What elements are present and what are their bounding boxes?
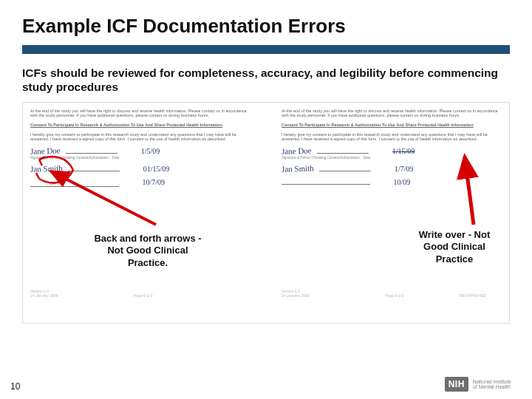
nih-logo: NIH National Institute of Mental Health: [445, 377, 511, 392]
sig-right-date1: 1/15/09: [392, 147, 415, 156]
doc-right-stamp: IRB APPROVED: [459, 293, 486, 298]
lead-text: ICFs should be reviewed for completeness…: [22, 66, 510, 95]
example-documents: At the end of the study you will have th…: [22, 102, 510, 324]
sig-right-printed: Jan Smith: [282, 164, 314, 175]
nih-logo-text: National Institute of Mental Health: [473, 379, 511, 390]
sig-right-name: Jane Doe: [282, 146, 312, 157]
page-number: 10: [10, 381, 20, 392]
sig-right-date2: 1/7/09: [395, 165, 414, 174]
arrow-back-forth-icon: [23, 151, 193, 235]
doc-left-footer: Version 1.0 14 January 2009: [30, 289, 58, 298]
svg-line-1: [465, 157, 474, 225]
title-rule: [22, 45, 510, 54]
doc-left-footer-page: Page 9 of 9: [134, 293, 153, 298]
arrow-writeover-icon: [422, 143, 511, 235]
slide-title: Example ICF Documentation Errors: [22, 15, 510, 38]
nih-badge-icon: NIH: [445, 377, 468, 392]
doc-right-footer: Version 1.0 14 January 2009: [282, 289, 309, 298]
sig-right-date3: 10/09: [394, 178, 411, 187]
annotation-left: Back and forth arrows - Not Good Clinica…: [89, 233, 207, 269]
doc-right-footer-page: Page 9 of 9: [385, 293, 404, 298]
annotation-right: Write over - Not Good Clinical Practice: [414, 229, 495, 265]
